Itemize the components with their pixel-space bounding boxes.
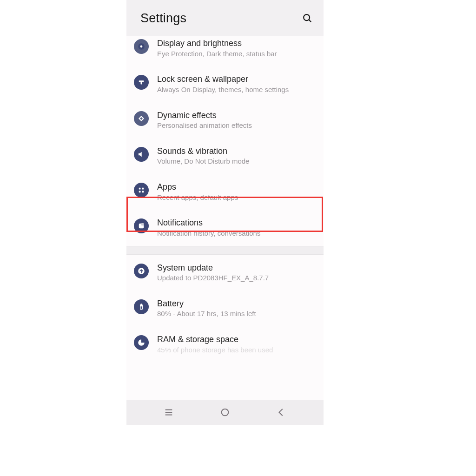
row-subtitle: 45% of phone storage has been used [157, 346, 273, 355]
row-subtitle: Always On Display, themes, home settings [157, 86, 289, 94]
notif-icon [134, 218, 149, 233]
row-title: Display and brightness [157, 38, 277, 49]
svg-rect-11 [142, 191, 144, 193]
row-title: Dynamic effects [157, 110, 252, 121]
settings-row-apps[interactable]: Apps Recent apps, default apps [126, 174, 324, 210]
display-icon [134, 39, 149, 54]
row-title: System update [157, 263, 269, 273]
settings-row-system-update[interactable]: System update Updated to PD2083HF_EX_A_8… [126, 255, 324, 291]
phone-frame: Settings Display and brightness Eye Prot… [126, 0, 324, 425]
sound-icon [134, 147, 149, 162]
settings-row-battery[interactable]: Battery 80% - About 17 hrs, 13 mins left [126, 291, 324, 326]
lock-icon [134, 75, 149, 90]
apps-icon [134, 183, 149, 198]
svg-rect-9 [142, 188, 144, 190]
svg-point-3 [140, 46, 143, 48]
svg-rect-13 [141, 223, 144, 225]
svg-rect-10 [139, 191, 141, 193]
update-icon [134, 264, 149, 278]
row-subtitle: Personalised animation effects [157, 121, 252, 130]
header-bar: Settings [126, 0, 324, 36]
svg-line-1 [309, 20, 311, 22]
row-title: Lock screen & wallpaper [157, 74, 289, 85]
svg-point-0 [304, 14, 310, 20]
group-divider [126, 246, 324, 255]
settings-row-notifications[interactable]: Notifications Notification history, conv… [126, 210, 324, 245]
fade-overlay [126, 392, 324, 400]
svg-rect-4 [139, 81, 144, 82]
row-title: Notifications [157, 218, 260, 228]
svg-rect-5 [141, 82, 142, 85]
row-title: Sounds & vibration [157, 146, 249, 157]
settings-list[interactable]: Display and brightness Eye Protection, D… [126, 36, 324, 400]
svg-rect-16 [141, 304, 142, 304]
svg-point-21 [222, 409, 229, 416]
android-navbar [126, 400, 324, 425]
row-subtitle: 80% - About 17 hrs, 13 mins left [157, 310, 256, 318]
nav-back-icon[interactable] [272, 403, 291, 422]
settings-row-storage[interactable]: RAM & storage space 45% of phone storage… [126, 326, 324, 357]
row-title: Apps [157, 182, 238, 192]
row-subtitle: Recent apps, default apps [157, 193, 238, 202]
nav-recent-icon[interactable] [159, 403, 178, 422]
battery-icon [134, 299, 149, 314]
svg-rect-17 [141, 306, 142, 309]
settings-row-display[interactable]: Display and brightness Eye Protection, D… [126, 36, 324, 66]
row-subtitle: Volume, Do Not Disturb mode [157, 157, 249, 166]
page-title: Settings [140, 11, 302, 26]
row-title: RAM & storage space [157, 334, 273, 345]
effects-icon [134, 111, 149, 126]
settings-row-sound[interactable]: Sounds & vibration Volume, Do Not Distur… [126, 138, 324, 174]
nav-home-icon[interactable] [216, 403, 234, 422]
search-icon[interactable] [302, 13, 312, 23]
settings-row-effects[interactable]: Dynamic effects Personalised animation e… [126, 102, 324, 138]
row-subtitle: Eye Protection, Dark theme, status bar [157, 50, 277, 59]
row-subtitle: Notification history, conversations [157, 229, 260, 238]
row-subtitle: Updated to PD2083HF_EX_A_8.7.7 [157, 274, 269, 283]
storage-icon [134, 335, 149, 350]
row-title: Battery [157, 298, 256, 309]
settings-row-lockscreen[interactable]: Lock screen & wallpaper Always On Displa… [126, 66, 324, 102]
svg-rect-8 [139, 188, 141, 190]
